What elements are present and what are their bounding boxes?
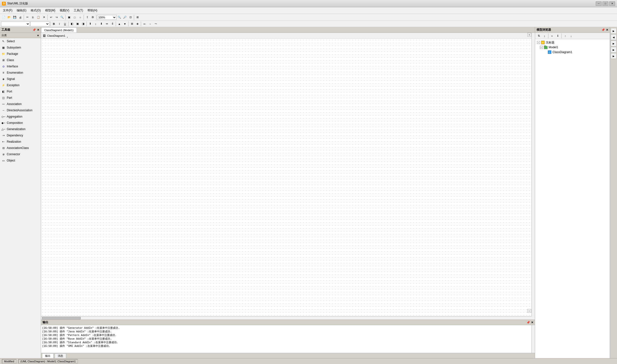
italic-button[interactable]: I [57,21,62,26]
tool-composition[interactable]: Composition [0,120,41,126]
tool-port[interactable]: Port [0,88,41,95]
tool-select[interactable]: Select [0,38,41,44]
tool-package[interactable]: Package [0,51,41,57]
tb-misc-btn[interactable]: ◈ [135,21,140,26]
tb-select-btn[interactable]: ▣ [67,15,72,20]
tool-object[interactable]: Object [0,157,41,164]
browser-prop-btn[interactable]: ℹ [555,33,561,39]
zoom-combo[interactable]: 100% 75% 125% [97,15,116,20]
font-family-combo[interactable] [1,22,30,26]
undo-button[interactable]: ↩ [48,15,54,20]
font-size-combo[interactable] [30,22,50,26]
canvas-grid[interactable] [41,39,535,320]
output-scrollbar[interactable] [532,325,535,353]
right-btn-2[interactable]: ◀ [611,34,617,40]
output-pin-icon[interactable]: 📌 [526,321,530,324]
tool-dependency[interactable]: Dependency [0,132,41,139]
right-btn-5[interactable]: ▶ [611,53,617,59]
menu-model[interactable]: 模型(M) [43,8,57,13]
tool-interface[interactable]: Interface [0,63,41,69]
send-back-btn[interactable]: ▼ [122,21,128,26]
tool-aggregation[interactable]: Aggregation [0,114,41,120]
right-btn-1[interactable]: ▶ [611,28,617,34]
zoom-out-button[interactable]: 🔎 [122,15,128,20]
tab-output[interactable]: 输出 [42,353,54,358]
canvas-wrapper[interactable]: 🖼 ClassDiagram1 + − [41,33,535,320]
tree-model-expand[interactable]: − [540,46,543,49]
menu-edit[interactable]: 编辑(E) [15,8,28,13]
output-close-icon[interactable]: ✕ [531,321,533,324]
toolbox-close-icon[interactable]: ✕ [37,28,39,32]
browser-add-btn[interactable]: + [549,33,555,39]
menu-view[interactable]: 视图(V) [58,8,71,13]
tool-enumeration[interactable]: Enumeration [0,69,41,76]
browser-pin-icon[interactable]: 📌 [601,28,605,32]
canvas-scrollbar-horizontal[interactable] [41,316,532,320]
paste-button[interactable]: 📋 [36,15,41,20]
tool-generalization[interactable]: Generalization [0,126,41,132]
tool-connector[interactable]: Connector [0,151,41,157]
align-bottom-btn[interactable]: ⬇ [99,21,104,26]
tb-export-btn[interactable]: ⇧ [85,15,90,20]
browser-close-icon[interactable]: ✕ [606,28,608,32]
underline-button[interactable]: U [62,21,68,26]
tb-grid-btn[interactable]: ⊞ [135,15,140,20]
distribute-h-btn[interactable]: ⇔ [104,21,109,26]
group-btn[interactable]: ⊞ [129,21,134,26]
menu-tools[interactable]: 工具(T) [72,8,85,13]
tab-message[interactable]: 消息 [54,353,66,358]
scrollbar-thumb-h[interactable] [42,317,81,319]
menu-help[interactable]: 帮助(H) [85,8,99,13]
menu-file[interactable]: 文件(F) [1,8,14,13]
find-button[interactable]: 🔍 [59,15,65,20]
align-left-btn[interactable]: ◧ [69,21,75,26]
tool-association-class[interactable]: AssociationClass [0,145,41,151]
canvas-zoom-btn-plus[interactable]: + [527,33,531,37]
distribute-v-btn[interactable]: ⇕ [110,21,115,26]
canvas-zoom-btn-minus[interactable]: − [527,309,531,313]
line-arrow-btn[interactable]: → [147,21,153,26]
menu-format[interactable]: 格式(O) [29,8,42,13]
bring-front-btn[interactable]: ▲ [117,21,122,26]
tool-realization[interactable]: Realization [0,139,41,145]
tool-signal[interactable]: Signal [0,76,41,82]
tree-root-expand[interactable]: − [537,41,540,44]
toolbox-expand-icon[interactable]: ▼ [37,34,39,37]
line-dash-btn[interactable]: ⤳ [153,21,158,26]
minimize-button[interactable]: ─ [596,1,602,6]
copy-button[interactable]: ⎘ [30,15,36,20]
maximize-button[interactable]: □ [603,1,608,6]
tree-model[interactable]: − Model1 [536,45,609,50]
save-button[interactable]: 💾 [12,15,17,20]
delete-button[interactable]: ✕ [41,15,47,20]
align-right-btn[interactable]: ◨ [80,21,86,26]
browser-sort-btn[interactable]: ⇅ [536,33,541,39]
redo-button[interactable]: ↪ [54,15,59,20]
open-button[interactable]: 📂 [7,15,12,20]
tool-directed-association[interactable]: DirectedAssociation [0,107,41,114]
cut-button[interactable]: ✂ [25,15,30,20]
print-button[interactable]: 🖨 [18,15,23,20]
tree-diagram[interactable]: C ClassDiagram1 [536,50,609,54]
align-middle-btn[interactable]: ↕ [93,21,98,26]
tool-class[interactable]: Class [0,57,41,63]
tool-association[interactable]: Association [0,101,41,107]
tb-properties-btn[interactable]: ⚙ [90,15,95,20]
new-button[interactable]: 📄 [1,15,6,20]
tool-part[interactable]: Part [0,95,41,101]
align-center-btn[interactable]: ▣ [75,21,80,26]
canvas-scrollbar-vertical[interactable] [532,33,535,316]
right-btn-3[interactable]: ▶ [611,40,617,46]
browser-sort-az-btn[interactable]: ↕ [542,33,547,39]
line-style-btn[interactable]: ═ [142,21,147,26]
close-button[interactable]: ✕ [609,1,615,6]
zoom-fit-button[interactable]: ⊡ [128,15,133,20]
canvas-tab-active[interactable]: ClassDiagram1 (Model1) [41,27,77,33]
tool-exception[interactable]: Exception [0,82,41,88]
align-top-btn[interactable]: ⬆ [87,21,93,26]
right-btn-4[interactable]: ▶ [611,47,617,53]
bold-button[interactable]: B [51,21,56,26]
tb-ellipse-btn[interactable]: ○ [78,15,83,20]
tb-rect-btn[interactable]: □ [72,15,77,20]
toolbox-pin-icon[interactable]: 📌 [32,28,36,32]
